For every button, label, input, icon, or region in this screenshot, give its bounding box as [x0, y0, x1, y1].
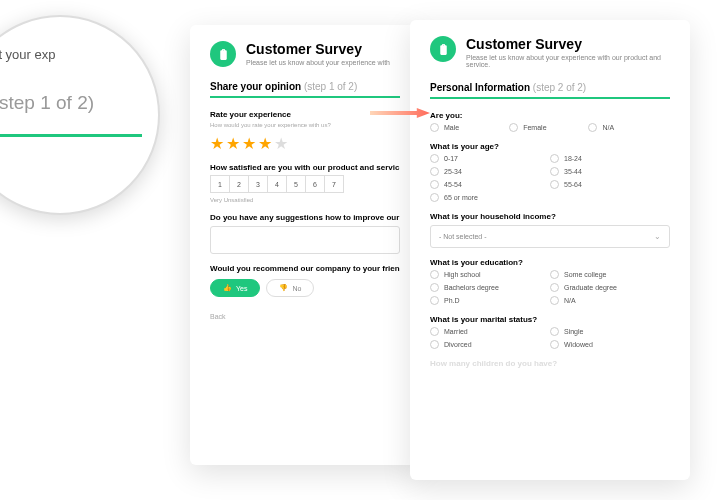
scale-cell[interactable]: 6 [305, 175, 325, 193]
q-recommend: Would you recommend our company to your … [210, 264, 400, 273]
magnifier-bar [0, 134, 142, 137]
radio-option[interactable]: Some college [550, 270, 670, 279]
card1-title: Customer Survey [246, 41, 390, 57]
scale-cell[interactable]: 2 [229, 175, 249, 193]
star-icon[interactable]: ★ [226, 134, 240, 153]
radio-option[interactable]: 18-24 [550, 154, 670, 163]
no-button[interactable]: 👎 No [266, 279, 314, 297]
q-marital: What is your marital status? [430, 315, 670, 324]
scale-cell[interactable]: 7 [324, 175, 344, 193]
star-icon[interactable]: ★ [274, 134, 288, 153]
q-rate-experience-sub: How would you rate your experience with … [210, 122, 400, 128]
income-select[interactable]: - Not selected - ⌄ [430, 225, 670, 248]
magnifier-fragment-1: now about your exp [0, 47, 160, 62]
radio-option[interactable]: 55-64 [550, 180, 670, 189]
q-education: What is your education? [430, 258, 670, 267]
star-icon[interactable]: ★ [258, 134, 272, 153]
radio-option[interactable]: 0-17 [430, 154, 550, 163]
progress-bar [210, 96, 400, 98]
survey-card-step1: Customer Survey Please let us know about… [190, 25, 420, 465]
card2-section-title: Personal Information (step 2 of 2) [430, 82, 670, 93]
radio-option[interactable]: Married [430, 327, 550, 336]
radio-option[interactable]: 65 or more [430, 193, 550, 202]
clipboard-icon [430, 36, 456, 62]
scale-cell[interactable]: 5 [286, 175, 306, 193]
survey-card-step2: Customer Survey Please let us know about… [410, 20, 690, 480]
card1-subtitle: Please let us know about your experience… [246, 59, 390, 66]
radio-option[interactable]: Single [550, 327, 670, 336]
progress-bar [430, 97, 670, 99]
radio-option[interactable]: N/A [550, 296, 670, 305]
radio-option[interactable]: Bachelors degree [430, 283, 550, 292]
thumbs-up-icon: 👍 [223, 284, 232, 292]
q-children: How many children do you have? [430, 359, 670, 368]
scale-cell[interactable]: 1 [210, 175, 230, 193]
scale-cell[interactable]: 4 [267, 175, 287, 193]
radio-option[interactable]: 25-34 [430, 167, 550, 176]
clipboard-icon [210, 41, 236, 67]
back-link[interactable]: Back [210, 313, 400, 320]
transition-arrow-icon [370, 108, 430, 118]
q-suggestions: Do you have any suggestions how to impro… [210, 213, 400, 222]
radio-option[interactable]: 45-54 [430, 180, 550, 189]
radio-option[interactable]: Widowed [550, 340, 670, 349]
star-rating[interactable]: ★ ★ ★ ★ ★ [210, 134, 400, 153]
radio-option[interactable]: 35-44 [550, 167, 670, 176]
q-gender: Are you: [430, 111, 670, 120]
radio-option[interactable]: Female [509, 123, 588, 132]
scale-label-low: Very Unsatisfied [210, 197, 400, 203]
magnifier-lens: now about your exp inion (step 1 of 2) [0, 15, 160, 215]
yes-button[interactable]: 👍 Yes [210, 279, 260, 297]
chevron-down-icon: ⌄ [654, 232, 661, 241]
card1-section-title: Share your opinion (step 1 of 2) [210, 81, 400, 92]
radio-option[interactable]: Male [430, 123, 509, 132]
star-icon[interactable]: ★ [242, 134, 256, 153]
star-icon[interactable]: ★ [210, 134, 224, 153]
scale-cell[interactable]: 3 [248, 175, 268, 193]
thumbs-down-icon: 👎 [279, 284, 288, 292]
radio-option[interactable]: N/A [588, 123, 667, 132]
suggestions-input[interactable] [210, 226, 400, 254]
q-satisfied: How satisfied are you with our product a… [210, 163, 400, 172]
q-income: What is your household income? [430, 212, 670, 221]
magnifier-fragment-2: inion (step 1 of 2) [0, 92, 160, 114]
radio-option[interactable]: Ph.D [430, 296, 550, 305]
card2-title: Customer Survey [466, 36, 670, 52]
radio-option[interactable]: High school [430, 270, 550, 279]
radio-option[interactable]: Divorced [430, 340, 550, 349]
q-age: What is your age? [430, 142, 670, 151]
number-scale[interactable]: 1 2 3 4 5 6 7 [210, 175, 400, 193]
card2-subtitle: Please let us know about your experience… [466, 54, 670, 68]
radio-option[interactable]: Graduate degree [550, 283, 670, 292]
